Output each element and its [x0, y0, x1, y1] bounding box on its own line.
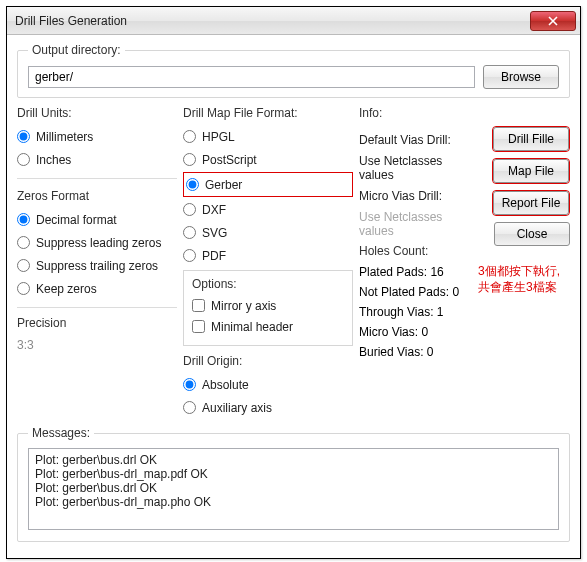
precision-value: 3:3: [17, 338, 177, 352]
through-vias: Through Vias: 1: [359, 302, 472, 322]
micro-vias-label: Micro Vias Drill:: [359, 189, 472, 203]
buried-vias: Buried Vias: 0: [359, 342, 472, 362]
output-directory-label: Output directory:: [28, 43, 125, 57]
drill-file-highlight: Drill Fille: [492, 126, 570, 152]
plated-pads: Plated Pads: 16: [359, 262, 472, 282]
window-title: Drill Files Generation: [15, 14, 530, 28]
drill-units-label: Drill Units:: [17, 106, 177, 120]
precision-label: Precision: [17, 316, 177, 330]
radio-hpgl[interactable]: HPGL: [183, 126, 353, 147]
zeros-format-label: Zeros Format: [17, 189, 177, 203]
map-file-highlight: Map File: [492, 158, 570, 184]
output-directory-group: Output directory: Browse: [17, 43, 570, 98]
close-button[interactable]: Close: [494, 222, 570, 246]
options-group: Options: Mirror y axis Minimal header: [183, 270, 353, 346]
messages-group: Messages:: [17, 426, 570, 542]
check-mirror-y[interactable]: Mirror y axis: [192, 295, 344, 316]
map-format-label: Drill Map File Format:: [183, 106, 353, 120]
radio-suppress-trailing[interactable]: Suppress trailing zeros: [17, 255, 177, 276]
browse-button[interactable]: Browse: [483, 65, 559, 89]
dialog-window: Drill Files Generation Output directory:…: [6, 6, 581, 559]
messages-label: Messages:: [28, 426, 94, 440]
report-file-highlight: Report File: [492, 190, 570, 216]
options-label: Options:: [192, 277, 344, 291]
radio-inches[interactable]: Inches: [17, 149, 177, 170]
info-label: Info:: [359, 106, 570, 120]
not-plated-pads: Not Plated Pads: 0: [359, 282, 472, 302]
titlebar: Drill Files Generation: [7, 7, 580, 35]
drill-origin-label: Drill Origin:: [183, 354, 353, 368]
radio-gerber-highlight: Gerber: [183, 172, 353, 197]
radio-postscript[interactable]: PostScript: [183, 149, 353, 170]
radio-suppress-leading[interactable]: Suppress leading zeros: [17, 232, 177, 253]
check-minimal-header[interactable]: Minimal header: [192, 316, 344, 337]
default-vias-label: Default Vias Drill:: [359, 133, 472, 147]
radio-millimeters[interactable]: Millimeters: [17, 126, 177, 147]
radio-auxiliary[interactable]: Auxiliary axis: [183, 397, 353, 418]
map-file-button[interactable]: Map File: [493, 159, 569, 183]
annotation-text: 3個都按下執行, 共會產生3檔案: [478, 264, 570, 295]
use-netclasses-1: Use Netclasses values: [359, 154, 472, 182]
messages-textarea[interactable]: [28, 448, 559, 530]
radio-keep-zeros[interactable]: Keep zeros: [17, 278, 177, 299]
radio-pdf[interactable]: PDF: [183, 245, 353, 266]
window-close-button[interactable]: [530, 11, 576, 31]
radio-dxf[interactable]: DXF: [183, 199, 353, 220]
use-netclasses-2: Use Netclasses values: [359, 210, 472, 238]
radio-gerber[interactable]: Gerber: [186, 174, 242, 195]
close-icon: [548, 16, 558, 26]
drill-file-button[interactable]: Drill Fille: [493, 127, 569, 151]
radio-absolute[interactable]: Absolute: [183, 374, 353, 395]
micro-vias: Micro Vias: 0: [359, 322, 472, 342]
holes-count-label: Holes Count:: [359, 244, 472, 258]
output-directory-input[interactable]: [28, 66, 475, 88]
report-file-button[interactable]: Report File: [493, 191, 569, 215]
radio-svg[interactable]: SVG: [183, 222, 353, 243]
radio-decimal-format[interactable]: Decimal format: [17, 209, 177, 230]
